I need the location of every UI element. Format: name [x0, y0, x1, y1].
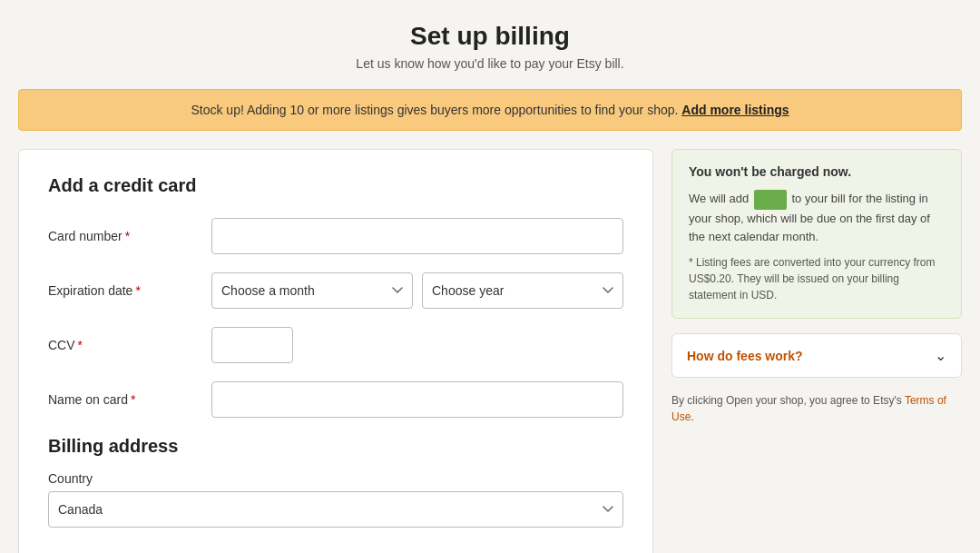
- sidebar: You won't be charged now. We will add to…: [671, 149, 962, 425]
- card-number-row: Card number*: [48, 218, 623, 254]
- add-listings-link[interactable]: Add more listings: [681, 103, 789, 117]
- form-panel: Add a credit card Card number* Expiratio…: [18, 149, 653, 553]
- country-label: Country: [48, 471, 623, 486]
- expiration-label: Expiration date*: [48, 283, 211, 298]
- ccv-input[interactable]: [211, 327, 293, 363]
- year-select[interactable]: Choose year 2024202520262027202820292030…: [422, 272, 623, 309]
- amount-placeholder-image: [754, 190, 787, 210]
- name-on-card-row: Name on card*: [48, 381, 623, 418]
- expiration-required: *: [135, 283, 140, 298]
- expiration-row: Expiration date* Choose a month JanuaryF…: [48, 272, 623, 309]
- country-select[interactable]: CanadaUnited StatesUnited KingdomAustral…: [48, 491, 623, 528]
- info-box-body: We will add to your bill for the listing…: [689, 190, 945, 245]
- ccv-controls: [211, 327, 623, 363]
- ccv-required: *: [78, 338, 83, 352]
- card-number-required: *: [125, 229, 130, 243]
- name-on-card-controls: [211, 381, 623, 418]
- month-select[interactable]: Choose a month JanuaryFebruaryMarchApril…: [211, 272, 413, 309]
- card-number-label: Card number*: [48, 229, 211, 243]
- expiration-controls: Choose a month JanuaryFebruaryMarchApril…: [211, 272, 623, 309]
- info-box-title: You won't be charged now.: [689, 164, 945, 179]
- ccv-label: CCV*: [48, 338, 211, 352]
- chevron-down-icon: ⌄: [935, 347, 946, 364]
- credit-card-section-title: Add a credit card: [48, 175, 623, 196]
- name-required: *: [131, 392, 135, 407]
- card-number-input[interactable]: [211, 218, 623, 254]
- tos-text: By clicking Open your shop, you agree to…: [671, 392, 962, 425]
- fees-accordion[interactable]: How do fees work? ⌄: [671, 333, 962, 378]
- banner-text: Stock up! Adding 10 or more listings giv…: [191, 103, 678, 117]
- info-box: You won't be charged now. We will add to…: [671, 149, 962, 319]
- tos-period: .: [691, 410, 693, 423]
- promo-banner: Stock up! Adding 10 or more listings giv…: [18, 89, 962, 131]
- tos-prefix: By clicking Open your shop, you agree to…: [671, 394, 902, 407]
- name-on-card-input[interactable]: [211, 381, 623, 418]
- info-body-text1: We will add: [689, 192, 749, 205]
- page-subtitle: Let us know how you'd like to pay your E…: [18, 56, 962, 71]
- ccv-row: CCV*: [48, 327, 623, 363]
- fees-accordion-label: How do fees work?: [687, 349, 803, 363]
- main-layout: Add a credit card Card number* Expiratio…: [18, 149, 962, 553]
- billing-address-section-title: Billing address: [48, 436, 623, 457]
- country-row: Country CanadaUnited StatesUnited Kingdo…: [48, 471, 623, 528]
- page-title: Set up billing: [18, 22, 962, 51]
- name-on-card-label: Name on card*: [48, 392, 211, 407]
- card-number-controls: [211, 218, 623, 254]
- info-box-note: * Listing fees are converted into your c…: [689, 254, 945, 303]
